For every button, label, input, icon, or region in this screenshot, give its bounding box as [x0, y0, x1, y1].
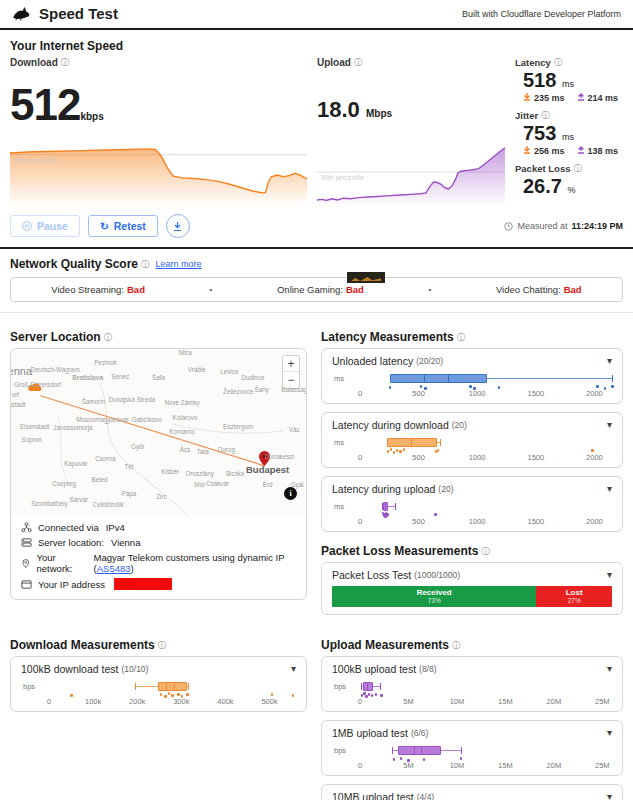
jitter-metric: Jitterⓘ 753 ms 256 ms 138 ms [515, 110, 623, 156]
server-icon [21, 537, 32, 548]
server-location-title: Server Locationⓘ [10, 330, 307, 344]
boxplot [360, 371, 612, 389]
axis-unit-label: ms [334, 374, 344, 383]
your-internet-speed-title: Your Internet Speed [10, 39, 623, 53]
info-icon[interactable]: ⓘ [541, 110, 550, 120]
zoom-in-button[interactable]: + [283, 356, 299, 372]
packet-loss-metric: Packet Lossⓘ 26.7 % [515, 163, 623, 197]
download-to-file-icon [172, 221, 183, 232]
learn-more-link[interactable]: Learn more [156, 259, 202, 269]
chevron-down-icon[interactable]: ▾ [607, 792, 612, 800]
server-location-row: Server location:Vienna [21, 537, 296, 548]
info-icon[interactable]: ⓘ [481, 546, 490, 556]
map-town-label: Šaľa [152, 374, 165, 381]
latency-metric: Latencyⓘ 518 ms 235 ms 214 ms [515, 57, 623, 103]
upload-metric: Uploadⓘ 18.0 Mbps 90th percentile [317, 57, 505, 204]
measurement-card-title: 100kB upload test [332, 663, 416, 675]
asn-link[interactable]: AS5483 [97, 563, 131, 574]
packet-loss-card-title: Packet Loss Test [332, 569, 411, 581]
packet-loss-segment-received: Received73% [332, 586, 536, 607]
map-town-label: Gabčíkovo [132, 416, 162, 423]
map-town-label: Tét [124, 462, 133, 469]
map-town-label: Komárno [169, 427, 195, 434]
measured-at: Measured at 11:24:19 PM [504, 221, 623, 231]
download-arrow-icon [523, 93, 531, 103]
pause-button[interactable]: Pause [10, 215, 80, 237]
info-icon[interactable]: ⓘ [158, 640, 167, 650]
map-town-label: Celldömölk [93, 501, 124, 508]
map-town-label: Vác [289, 426, 300, 433]
map-zoom-controls: + − [282, 355, 300, 389]
location-pin-icon [21, 558, 31, 569]
map-town-label: Zirc [156, 492, 167, 499]
download-metric: Downloadⓘ 512kbps 90th percentile [10, 57, 307, 204]
chevron-down-icon[interactable]: ▾ [291, 664, 296, 674]
packet-loss-measurements-title: Packet Loss Measurementsⓘ [321, 544, 623, 558]
chevron-down-icon[interactable]: ▾ [607, 728, 612, 738]
map[interactable]: + − i ennaorfastadtDeutsch-WagramPezinok… [11, 349, 306, 516]
upload-measurements-title: Upload Measurementsⓘ [321, 638, 623, 652]
map-town-label: Bicske [226, 469, 245, 476]
map-town-label: Dudince [241, 374, 264, 381]
network-quality-box: Video Streaming:Bad • Online Gaming:Bad … [10, 277, 623, 302]
chevron-down-icon[interactable]: ▾ [607, 484, 612, 494]
measurement-card-title: Latency during upload [332, 483, 435, 495]
retest-button[interactable]: ↻ Retest [88, 215, 158, 237]
latency-column: Latencyⓘ 518 ms 235 ms 214 ms Jitterⓘ 75… [515, 57, 623, 204]
info-icon[interactable]: ⓘ [554, 57, 563, 67]
dot-separator: • [429, 285, 432, 294]
map-town-label: Senec [111, 372, 129, 379]
upload-speed-chart: 90th percentile [317, 146, 505, 204]
map-town-label: Vráble [188, 366, 206, 373]
measurement-card-title: 10MB upload test [332, 791, 414, 800]
map-town-label: Šamorín [82, 397, 106, 404]
map-town-label: Želiezovce [223, 387, 253, 394]
dot-separator: • [210, 285, 213, 294]
boxplot [49, 679, 296, 697]
map-town-label: Beled [91, 476, 107, 483]
measurement-card-title: 100kB download test [21, 663, 118, 675]
download-arrow-icon [523, 146, 531, 156]
map-town-label: Nitra [178, 349, 191, 356]
map-town-label: Csákvár [206, 479, 229, 486]
packet-loss-bar: Received73%Lost27% [332, 586, 612, 607]
built-with-tagline: Built with Cloudflare Developer Platform [462, 9, 621, 19]
map-town-label: Budapest [246, 464, 289, 475]
your-ip-row: Your IP address [21, 578, 296, 590]
quality-item-streaming: Video Streaming:Bad [51, 284, 145, 295]
map-town-label: Groß-Enzersdorf [14, 381, 61, 388]
redacted-ip [114, 578, 172, 590]
info-icon[interactable]: ⓘ [104, 332, 113, 342]
axis-unit-label: bps [23, 682, 35, 691]
boxplot [360, 499, 612, 517]
map-town-label: Ács [180, 446, 191, 453]
info-icon[interactable]: ⓘ [141, 259, 150, 269]
download-measurements-title: Download Measurementsⓘ [10, 638, 307, 652]
download-measurements-section: Download Measurementsⓘ 100kB download te… [10, 629, 307, 720]
latency-measurements-section: Latency Measurementsⓘ Unloaded latency(2… [321, 321, 623, 623]
info-icon[interactable]: ⓘ [457, 332, 466, 342]
speed-metrics: Downloadⓘ 512kbps 90th percentile Upload… [10, 57, 623, 204]
info-icon[interactable]: ⓘ [573, 163, 582, 173]
info-icon[interactable]: ⓘ [452, 640, 461, 650]
speed-hare-icon [12, 6, 32, 21]
map-town-label: Tata [197, 447, 209, 454]
info-icon[interactable]: ⓘ [61, 57, 70, 67]
chevron-down-icon[interactable]: ▾ [607, 356, 612, 366]
download-results-button[interactable] [166, 214, 190, 238]
map-town-label: Pezinok [94, 359, 116, 366]
map-town-label: Csorna [95, 454, 115, 461]
measurement-card: 100kB upload test(8/8)▾bps05M10M15M20M25… [321, 656, 623, 712]
download-label: Downloadⓘ [10, 57, 307, 69]
info-icon[interactable]: ⓘ [354, 57, 363, 67]
chevron-down-icon[interactable]: ▾ [607, 570, 612, 580]
chevron-down-icon[interactable]: ▾ [607, 420, 612, 430]
map-info-button[interactable]: i [284, 487, 297, 500]
map-town-label: Mór [194, 481, 205, 488]
upload-arrow-icon [577, 146, 585, 156]
boxplot [360, 435, 612, 453]
measurement-card-title: Latency during download [332, 419, 449, 431]
map-town-label: Balassag [281, 386, 306, 393]
chevron-down-icon[interactable]: ▾ [607, 664, 612, 674]
test-controls: Pause ↻ Retest Measured at 11:24:19 PM [10, 214, 623, 238]
